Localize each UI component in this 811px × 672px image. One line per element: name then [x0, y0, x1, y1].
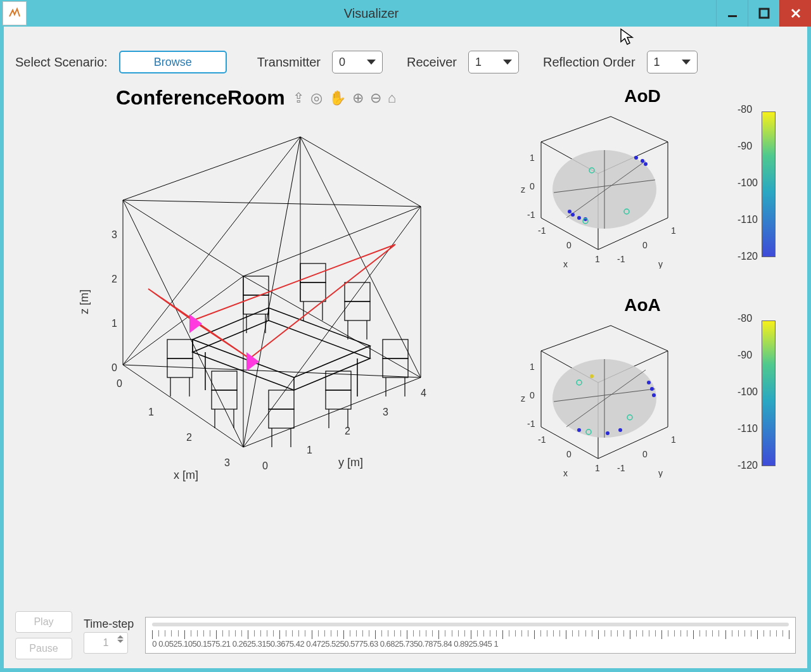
svg-text:-1: -1 [527, 419, 535, 429]
pan-icon[interactable]: ✋ [329, 90, 346, 106]
svg-text:0: 0 [566, 240, 572, 250]
aod-title: AoD [509, 86, 776, 106]
home-icon[interactable]: ⌂ [388, 90, 396, 106]
close-button[interactable] [779, 0, 811, 27]
svg-marker-11 [193, 320, 370, 390]
main-axes[interactable]: 0 1 2 3 0 1 2 3 0 1 2 3 4 x [m] y [m] z … [53, 111, 490, 491]
svg-text:1: 1 [671, 434, 676, 445]
aod-colorbar-labels: -80 -90 -100 -110 -120 [738, 104, 758, 262]
titlebar: Visualizer [0, 0, 811, 27]
svg-text:y: y [658, 468, 663, 478]
aoa-title: AoA [509, 295, 776, 315]
svg-rect-44 [300, 263, 326, 282]
svg-text:2: 2 [186, 432, 192, 443]
svg-text:x: x [563, 468, 568, 478]
svg-point-99 [647, 381, 651, 384]
svg-text:-1: -1 [617, 254, 625, 264]
aoa-plot[interactable]: AoA 1 0 -1 -1 0 1 [509, 295, 776, 491]
svg-point-100 [650, 387, 654, 391]
timestep-label: Time-step [84, 618, 134, 631]
play-button[interactable]: Play [15, 611, 72, 633]
main-plot[interactable]: ConferenceRoom ⇪ ◎ ✋ ⊕ ⊖ ⌂ [15, 86, 497, 504]
svg-point-76 [571, 213, 575, 217]
svg-text:1: 1 [671, 225, 676, 236]
svg-text:x [m]: x [m] [174, 469, 198, 481]
receiver-value: 1 [475, 56, 482, 69]
svg-rect-36 [383, 339, 408, 358]
aod-plot[interactable]: AoD 1 0 -1 -1 0 1 -1 [509, 86, 776, 282]
svg-point-105 [590, 374, 594, 378]
pause-button[interactable]: Pause [15, 638, 72, 659]
svg-line-5 [123, 200, 421, 206]
svg-text:1: 1 [595, 463, 600, 473]
svg-text:1: 1 [595, 254, 600, 264]
svg-point-104 [618, 428, 622, 432]
export-icon[interactable]: ⇪ [293, 90, 304, 106]
scenario-label: Select Scenario: [15, 55, 108, 70]
svg-text:y: y [658, 259, 663, 269]
zoom-out-icon[interactable]: ⊖ [370, 90, 381, 106]
svg-text:0: 0 [642, 449, 648, 459]
svg-point-102 [577, 428, 581, 432]
aod-colorbar [762, 111, 776, 257]
svg-marker-52 [246, 352, 259, 371]
svg-line-10 [123, 200, 243, 447]
svg-rect-27 [269, 409, 294, 428]
svg-text:1: 1 [148, 407, 154, 417]
reflection-select[interactable]: 1 [647, 51, 698, 73]
svg-rect-0 [728, 15, 737, 17]
svg-line-3 [243, 137, 300, 447]
window-title: Visualizer [27, 6, 716, 21]
cursor-icon [620, 28, 635, 47]
transmitter-label: Transmitter [257, 55, 321, 70]
svg-text:0: 0 [642, 240, 648, 250]
svg-point-103 [606, 431, 610, 435]
chevron-down-icon [367, 60, 376, 65]
svg-point-77 [577, 216, 581, 220]
svg-point-73 [634, 156, 638, 160]
svg-rect-19 [167, 358, 193, 377]
svg-rect-23 [212, 390, 237, 409]
ruler-labels: 0 0.0525.1050.1575.21 0.2625.3150.3675.4… [152, 639, 789, 649]
reflection-label: Reflection Order [543, 55, 635, 70]
svg-text:x: x [563, 259, 568, 269]
svg-rect-39 [243, 295, 269, 314]
browse-button[interactable]: Browse [119, 51, 227, 73]
plot-toolbar: ⇪ ◎ ✋ ⊕ ⊖ ⌂ [293, 90, 396, 106]
svg-rect-28 [269, 390, 294, 409]
bottom-bar: Play Pause Time-step 1 0 0.0525.1050.157… [15, 611, 796, 659]
svg-rect-1 [760, 9, 769, 18]
svg-text:3: 3 [224, 457, 230, 468]
minimize-button[interactable] [716, 0, 748, 27]
svg-text:0: 0 [117, 378, 122, 389]
svg-text:-1: -1 [527, 210, 535, 220]
rotate-icon[interactable]: ◎ [310, 90, 322, 106]
svg-text:0: 0 [112, 362, 117, 373]
timestep-value: 1 [103, 637, 109, 649]
svg-point-101 [652, 393, 656, 397]
svg-text:4: 4 [421, 388, 426, 398]
maximize-button[interactable] [748, 0, 779, 27]
svg-rect-40 [243, 276, 269, 295]
svg-text:-1: -1 [538, 225, 546, 236]
main-plot-title: ConferenceRoom [116, 86, 285, 110]
chevron-down-icon [682, 60, 691, 65]
timestep-slider[interactable]: 0 0.0525.1050.1575.21 0.2625.3150.3675.4… [145, 617, 796, 654]
zoom-in-icon[interactable]: ⊕ [352, 90, 364, 106]
svg-text:z: z [521, 393, 525, 403]
transmitter-select[interactable]: 0 [332, 51, 383, 73]
svg-rect-20 [167, 339, 193, 358]
aoa-colorbar [762, 320, 776, 466]
svg-rect-24 [212, 371, 237, 390]
spinner-up-icon[interactable] [117, 635, 124, 638]
svg-text:1: 1 [530, 362, 535, 372]
receiver-select[interactable]: 1 [468, 51, 519, 73]
content-area: Select Scenario: Browse Transmitter 0 Re… [4, 27, 807, 668]
reflection-value: 1 [654, 56, 660, 69]
spinner-down-icon[interactable] [117, 640, 124, 643]
svg-text:2: 2 [112, 274, 117, 284]
svg-point-75 [644, 162, 648, 166]
timestep-spinner[interactable]: 1 [84, 632, 128, 654]
svg-text:z: z [521, 184, 525, 194]
svg-text:1: 1 [112, 318, 117, 329]
